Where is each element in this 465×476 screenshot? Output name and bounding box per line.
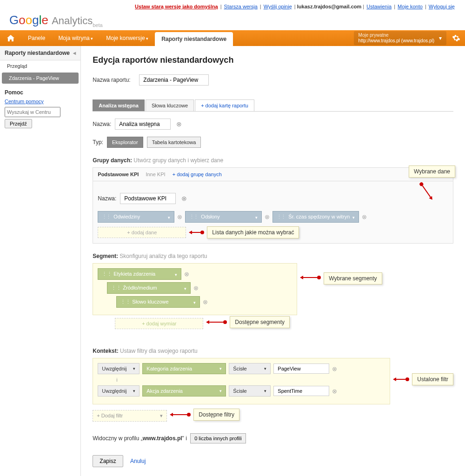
page-title: Edycja raportów niestandardowych	[93, 55, 453, 65]
content: Edycja raportów niestandardowych Nazwa r…	[81, 46, 465, 476]
link-set-old-default[interactable]: Ustaw starą wersję jako domyślną	[135, 4, 218, 9]
save-button[interactable]: Zapisz	[93, 455, 123, 467]
tab-name-input[interactable]	[115, 119, 171, 130]
link-settings[interactable]: Ustawienia	[366, 4, 392, 9]
link-feedback[interactable]: Wyślij opinię	[264, 4, 292, 9]
metric-odslony[interactable]: ⋮⋮ Odsłony	[185, 211, 262, 223]
other-profiles-button[interactable]: 0 liczba innych profili	[190, 433, 246, 443]
callout-lista: Lista danych jakie można wybrać	[207, 226, 299, 238]
remove-icon[interactable]: ⊗	[265, 213, 270, 220]
sidebar: Raporty niestandardowe ◂ Przegląd Zdarze…	[0, 46, 81, 476]
sidebar-title: Raporty niestandardowe	[5, 50, 70, 56]
sidebar-help-link[interactable]: Centrum pomocy	[5, 99, 76, 104]
type-label: Typ:	[93, 139, 103, 145]
grp-name-label: Nazwa:	[98, 195, 116, 202]
tab-slowa[interactable]: Słowa kluczowe	[146, 99, 194, 111]
segment-hint: Skonfiguruj analizy dla tego raportu	[120, 253, 207, 259]
clear-icon[interactable]: ⊗	[181, 195, 187, 202]
filter-include-2[interactable]: Uwzględnij	[98, 385, 140, 397]
tab-name-label: Nazwa:	[93, 121, 111, 127]
sidebar-search-input[interactable]	[5, 107, 60, 117]
segment-head: Segment:	[93, 253, 118, 259]
filter-include-1[interactable]: Uwzględnij	[98, 363, 140, 374]
grp-tab-add[interactable]: + dodaj grupę danych	[173, 172, 222, 177]
seg-zrodlo[interactable]: ⋮⋮ Źródło/medium	[107, 282, 191, 294]
groups-hint: Utwórz grupy danych i wybierz dane	[133, 157, 223, 164]
add-metric[interactable]: + dodaj dane	[98, 227, 186, 238]
link-account[interactable]: Moje konto	[398, 4, 423, 9]
remove-icon[interactable]: ⊗	[332, 365, 337, 372]
filter-dim-2[interactable]: Akcja zdarzenia	[142, 385, 226, 397]
link-old-version[interactable]: Starsza wersja	[224, 4, 258, 9]
remove-icon[interactable]: ⊗	[362, 213, 367, 220]
filter-dim-1[interactable]: Kategoria zdarzenia	[142, 363, 226, 374]
user-email: lukasz.trajdos@gmail.com	[297, 4, 362, 9]
logo: Google Analyticsbeta	[0, 13, 465, 30]
visibility-text-pre: Widoczny w profilu „	[93, 435, 142, 442]
context-hint: Ustaw filtry dla swojego raportu	[120, 348, 198, 354]
sidebar-item-overview[interactable]: Przegląd	[0, 60, 80, 72]
remove-icon[interactable]: ⊗	[203, 298, 208, 305]
drag-icon: ⋮⋮	[189, 214, 198, 219]
callout-dostepne-filtry: Dostępne filtry	[193, 409, 239, 421]
nav-panele[interactable]: Panele	[21, 30, 52, 46]
remove-icon[interactable]: ⊗	[184, 271, 189, 278]
sidebar-help-title: Pomoc	[5, 89, 23, 96]
tab-add[interactable]: + dodaj kartę raportu	[195, 99, 254, 111]
callout-wybrane-seg: Wybrane segmenty	[324, 272, 382, 284]
drag-icon: ⋮⋮	[111, 285, 121, 291]
drag-icon: ⋮⋮	[277, 214, 285, 219]
remove-icon[interactable]: ⊗	[177, 213, 182, 220]
home-icon[interactable]	[7, 35, 14, 41]
drag-icon: ⋮⋮	[120, 299, 131, 304]
grp-tab-2[interactable]: Inne KPI	[146, 172, 165, 177]
site-selector[interactable]: Moje prywatne http://www.trajdos.pl (www…	[359, 33, 434, 44]
report-name-label: Nazwa raportu:	[93, 77, 139, 83]
add-dimension[interactable]: + dodaj wymiar	[115, 318, 203, 329]
type-eksplorator[interactable]: Eksplorator	[107, 137, 143, 148]
filter-value-1[interactable]	[273, 364, 329, 374]
chevron-left-icon[interactable]: ◂	[73, 50, 76, 56]
nav-raporty[interactable]: Raporty niestandardowe	[155, 32, 233, 46]
metric-odwiedziny[interactable]: ⋮⋮ Odwiedziny	[98, 211, 174, 223]
add-filter[interactable]: + Dodaj filtr▾	[93, 410, 167, 422]
seg-etykieta[interactable]: ⋮⋮ Etykieta zdarzenia	[98, 268, 181, 280]
visibility-site: www.trajdos.pl	[143, 435, 182, 442]
top-links: Ustaw starą wersję jako domyślną | Stars…	[0, 0, 465, 13]
filter-value-2[interactable]	[273, 386, 329, 396]
groups-head: Grupy danych:	[93, 157, 132, 164]
type-tabela[interactable]: Tabela kartotekowa	[147, 137, 201, 148]
visibility-text-post: " i	[182, 435, 187, 442]
cancel-link[interactable]: Anuluj	[130, 458, 146, 464]
remove-icon[interactable]: ⊗	[332, 388, 337, 395]
seg-slowo[interactable]: ⋮⋮ Słowo kluczowe	[116, 296, 200, 308]
chevron-down-icon[interactable]: ▾	[439, 35, 442, 41]
link-logout[interactable]: Wyloguj się	[429, 4, 455, 9]
grp-name-input[interactable]	[120, 193, 176, 204]
callout-wybrane-dane: Wybrane dane	[409, 165, 455, 178]
metric-czas[interactable]: ⋮⋮ Śr. czas spędzony w witryn	[272, 211, 359, 223]
filter-match-2[interactable]: Ścisłe	[229, 385, 271, 397]
report-name-input[interactable]	[139, 74, 209, 86]
drag-icon: ⋮⋮	[102, 271, 112, 277]
sidebar-item-selected[interactable]: Zdarzenia - PageView	[2, 73, 79, 84]
main-nav: Panele Moja witryna Moje konwersje Rapor…	[0, 30, 465, 46]
nav-konwersje[interactable]: Moje konwersje	[100, 30, 155, 46]
context-head: Kontekst:	[93, 348, 118, 354]
clear-icon[interactable]: ⊗	[176, 120, 182, 128]
filter-and: i	[116, 377, 385, 383]
nav-witryna[interactable]: Moja witryna	[52, 30, 100, 46]
callout-dostepne-seg: Dostępne segmenty	[230, 316, 290, 328]
grp-tab-1[interactable]: Podstawowe KPI	[98, 172, 139, 177]
callout-ustalone-filtr: Ustalone filtr	[412, 373, 453, 385]
filter-match-1[interactable]: Ścisłe	[229, 363, 271, 374]
sidebar-go-button[interactable]: Przejdź	[5, 119, 32, 128]
tab-analiza[interactable]: Analiza wstępna	[93, 99, 145, 111]
drag-icon: ⋮⋮	[102, 214, 110, 219]
gear-icon[interactable]	[452, 34, 460, 42]
remove-icon[interactable]: ⊗	[193, 284, 199, 291]
